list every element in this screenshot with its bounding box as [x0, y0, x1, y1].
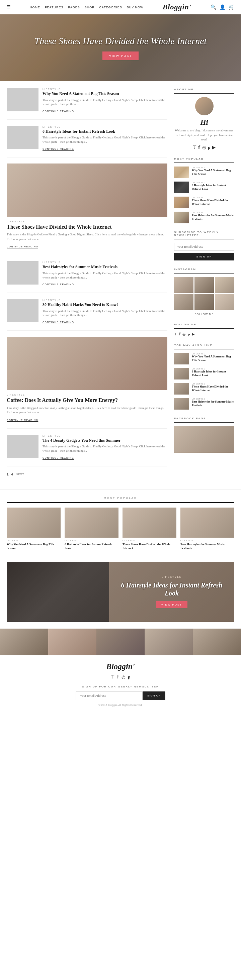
article-category: LIFESTYLE — [7, 393, 168, 396]
cart-icon[interactable]: 🛒 — [228, 4, 234, 10]
card-category: LIFESTYLE — [7, 540, 61, 542]
instagram-thumb[interactable] — [195, 294, 214, 310]
featured-banner-content: LIFESTYLE 6 Hairstyle Ideas for Instant … — [109, 569, 234, 615]
pinterest-icon[interactable]: 𝐩 — [208, 145, 210, 150]
twitter-follow-icon[interactable]: 𝕋 — [174, 332, 177, 336]
continue-reading-link[interactable]: CONTINUE READING — [43, 321, 74, 324]
card-title: These Shoes Have Divided the Whole Inter… — [123, 542, 176, 550]
nav-features[interactable]: FEATURES — [45, 6, 63, 9]
article-large: LIFESTYLE These Shoes Have Divided the W… — [7, 164, 168, 255]
youtube-icon[interactable]: ▶ — [212, 145, 215, 150]
site-logo[interactable]: Bloggin' — [163, 3, 192, 11]
article-title: These Shoes Have Divided the Whole Inter… — [7, 224, 168, 231]
instagram-icon[interactable]: ◎ — [202, 145, 206, 150]
article-title: 30 Healthy Habit Hacks You Need to Know! — [43, 302, 168, 308]
page-4-link[interactable]: 4 — [11, 473, 13, 476]
popular-item: LIFESTYLE 6 Hairstyle Ideas for Instant … — [174, 181, 234, 193]
page-1-link[interactable]: 1 — [7, 473, 9, 476]
card-category: LIFESTYLE — [65, 540, 118, 542]
continue-reading-link[interactable]: CONTINUE READING — [43, 110, 74, 113]
article-excerpt: This story is part of the Bloggin Guide … — [43, 271, 168, 280]
footer-email-input[interactable] — [76, 692, 143, 700]
popular-title: Why You Need A Statement Bag This Season — [192, 169, 234, 176]
sidebar: ABOUT ME Hi Welcome to my blog. I docume… — [174, 88, 234, 483]
facebook-section: FACEBOOK PAGE — [174, 417, 234, 453]
youtube-follow-icon[interactable]: ▶ — [192, 332, 195, 336]
featured-view-post-button[interactable]: VIEW POST — [156, 601, 187, 608]
footer-social-icons: 𝕋 𝕗 ◎ 𝐩 — [7, 675, 234, 680]
facebook-icon[interactable]: 𝕗 — [198, 145, 200, 150]
popular-info: LIFESTYLE These Shoes Have Divided the W… — [192, 383, 234, 395]
footer-instagram-icon[interactable]: ◎ — [121, 675, 125, 680]
newsletter-signup-button[interactable]: SIGN UP — [174, 253, 234, 261]
article-excerpt: This story is the Bloggin Guide to Final… — [7, 406, 168, 415]
about-greeting: Hi — [174, 118, 234, 127]
nav-buy-now[interactable]: BUY NOW — [127, 6, 144, 9]
newsletter-email-input[interactable] — [174, 243, 234, 251]
article-excerpt: This story is part of the Bloggin Guide … — [43, 309, 168, 317]
popular-title: Why You Need A Statement Bag This Season — [192, 355, 234, 362]
continue-reading-link[interactable]: CONTINUE READING — [7, 419, 38, 422]
continue-reading-link[interactable]: CONTINUE READING — [43, 148, 74, 151]
featured-banner: LIFESTYLE 6 Hairstyle Ideas for Instant … — [7, 562, 234, 622]
nav-categories[interactable]: CATEGORIES — [99, 6, 122, 9]
article-thumbnail — [7, 435, 38, 458]
follow-title: FOLLOW ME — [174, 323, 234, 329]
most-popular-title: MOST POPULAR — [174, 158, 234, 163]
card-category: LIFESTYLE — [180, 540, 234, 542]
footer-twitter-icon[interactable]: 𝕋 — [111, 675, 114, 680]
popular-info: LIFESTYLE Why You Need A Statement Bag T… — [192, 353, 234, 364]
popular-info: LIFESTYLE 6 Hairstyle Ideas for Instant … — [192, 368, 234, 380]
article-category: LIFESTYLE — [43, 299, 168, 301]
instagram-thumb[interactable] — [215, 277, 234, 293]
nav-pages[interactable]: PAGES — [68, 6, 80, 9]
nav-home[interactable]: HOME — [30, 6, 40, 9]
popular-card: LIFESTYLE These Shoes Have Divided the W… — [123, 508, 176, 550]
footer-pinterest-icon[interactable]: 𝐩 — [128, 675, 130, 680]
article-info: LIFESTYLE Best Hairstyles for Summer Mus… — [43, 261, 168, 286]
user-icon[interactable]: 👤 — [220, 4, 225, 10]
continue-reading-link[interactable]: CONTINUE READING — [7, 245, 38, 248]
search-icon[interactable]: 🔍 — [211, 4, 216, 10]
instagram-follow-link[interactable]: FOLLOW ME — [174, 313, 234, 316]
instagram-thumb[interactable] — [195, 277, 214, 293]
article-excerpt: This story is part of the Bloggin Guide … — [43, 135, 168, 144]
instagram-thumb[interactable] — [215, 294, 234, 310]
article-large-thumbnail — [7, 337, 168, 390]
card-title: Why You Need A Statement Bag This Season — [7, 542, 61, 550]
popular-info: LIFESTYLE Best Hairstyles for Summer Mus… — [192, 212, 234, 223]
popular-thumbnail — [174, 167, 189, 178]
footer-signup-button[interactable]: SIGN UP — [143, 692, 165, 700]
instagram-follow-icon[interactable]: ◎ — [182, 332, 186, 336]
popular-card: LIFESTYLE Why You Need A Statement Bag T… — [7, 508, 61, 550]
facebook-follow-icon[interactable]: 𝕗 — [179, 332, 180, 336]
popular-grid: LIFESTYLE Why You Need A Statement Bag T… — [7, 508, 234, 550]
nav-shop[interactable]: SHOP — [85, 6, 95, 9]
pinterest-follow-icon[interactable]: 𝐩 — [188, 332, 190, 336]
popular-thumbnail — [174, 181, 189, 193]
card-thumbnail — [123, 508, 176, 538]
popular-thumbnail — [174, 383, 189, 395]
instagram-thumb[interactable] — [174, 294, 193, 310]
instagram-thumb[interactable] — [174, 277, 193, 293]
popular-card: LIFESTYLE 6 Hairstyle Ideas for Instant … — [65, 508, 118, 550]
popular-item: LIFESTYLE Why You Need A Statement Bag T… — [174, 167, 234, 178]
popular-thumbnail — [174, 212, 189, 223]
continue-reading-link[interactable]: CONTINUE READING — [43, 283, 74, 286]
article-category: LIFESTYLE — [43, 126, 168, 128]
also-liked-section: YOU MAY ALSO LIKE LIFESTYLE Why You Need… — [174, 344, 234, 410]
footer-facebook-icon[interactable]: 𝕗 — [117, 675, 119, 680]
navigation: ☰ HOME FEATURES PAGES SHOP CATEGORIES BU… — [0, 0, 241, 14]
footer-gallery-img — [48, 628, 96, 655]
card-thumbnail — [7, 508, 61, 538]
card-category: LIFESTYLE — [123, 540, 176, 542]
continue-reading-link[interactable]: CONTINUE READING — [43, 457, 74, 460]
twitter-icon[interactable]: 𝕋 — [193, 145, 196, 150]
page-next-link[interactable]: NEXT — [16, 473, 24, 476]
article-category: LIFESTYLE — [43, 261, 168, 264]
card-thumbnail — [65, 508, 118, 538]
hero-view-post-button[interactable]: VIEW POST — [102, 51, 139, 60]
footer-email-row: SIGN UP — [7, 692, 234, 700]
hamburger-icon[interactable]: ☰ — [7, 4, 11, 10]
main-container: LIFESTYLE Why You Need A Statement Bag T… — [0, 81, 241, 490]
